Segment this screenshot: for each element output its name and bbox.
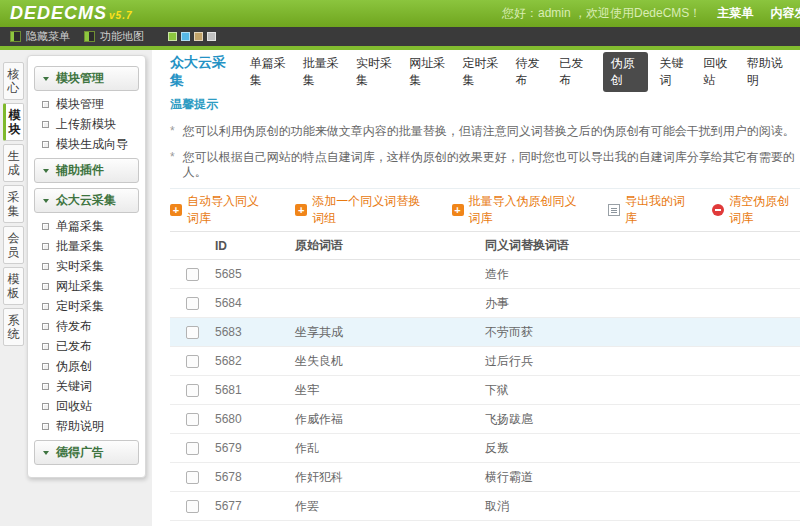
function-map-button[interactable]: 功能地图 (84, 29, 144, 44)
table-row: 5677 作罢 取消 (170, 492, 800, 521)
side-tab-collect[interactable]: 采集 (3, 185, 24, 223)
hide-menu-button[interactable]: 隐藏菜单 (10, 29, 70, 44)
row-checkbox[interactable] (186, 384, 199, 397)
action-add-synonym-group[interactable]: 添加一个同义词替换词组 (295, 193, 424, 227)
action-export-my-library[interactable]: 导出我的词库 (608, 193, 685, 227)
main-tabs: 单篇采集批量采集实时采集网址采集定时采集待发布已发布伪原创关键词回收站帮助说明 (250, 52, 800, 92)
bullet-square-icon (42, 141, 49, 148)
tab-published[interactable]: 已发布 (559, 55, 588, 89)
chevron-down-icon (43, 451, 49, 455)
sidebar-section-title: 模块管理 (56, 70, 104, 87)
cell-synonym-word: 作歹 (485, 521, 800, 526)
sidebar-item-label: 模块管理 (56, 96, 104, 113)
sidebar-item-module-wizard[interactable]: 模块生成向导 (34, 135, 139, 153)
sidebar-item-batch-collect[interactable]: 批量采集 (34, 237, 139, 255)
sidebar-section-assist-plugins[interactable]: 辅助插件 (34, 158, 139, 183)
sidebar-section-title: 德得广告 (56, 444, 104, 461)
tab-realtime-collect[interactable]: 实时采集 (356, 55, 394, 89)
tab-url-collect[interactable]: 网址采集 (409, 55, 447, 89)
sidebar-item-keywords[interactable]: 关键词 (34, 377, 139, 395)
style-swatch-1[interactable] (181, 32, 190, 41)
sidebar-item-pending-publish[interactable]: 待发布 (34, 317, 139, 335)
cell-id: 5681 (215, 376, 295, 405)
topnav-content-publish[interactable]: 内容发布 (770, 5, 800, 22)
row-checkbox[interactable] (186, 413, 199, 426)
sidebar-item-module-manage[interactable]: 模块管理 (34, 95, 139, 113)
action-label: 导出我的词库 (625, 193, 685, 227)
side-tab-label: 模块 (8, 108, 21, 136)
cell-synonym-word: 造作 (485, 260, 800, 289)
bullet-square-icon (42, 363, 49, 370)
side-tab-member[interactable]: 会员 (3, 226, 24, 264)
side-tab-strip: 核心模块生成采集会员模板系统 (3, 62, 26, 349)
row-checkbox[interactable] (186, 326, 199, 339)
action-auto-import-synonyms[interactable]: 自动导入同义词库 (170, 193, 268, 227)
sidebar-item-realtime-collect[interactable]: 实时采集 (34, 257, 139, 275)
sidebar-section-module-manage[interactable]: 模块管理 (34, 66, 139, 91)
tab-pseudo-original[interactable]: 伪原创 (603, 52, 648, 92)
cell-id: 5680 (215, 405, 295, 434)
row-checkbox[interactable] (186, 471, 199, 484)
side-tab-template[interactable]: 模板 (3, 267, 24, 305)
row-checkbox[interactable] (186, 355, 199, 368)
tab-single-collect[interactable]: 单篇采集 (250, 55, 288, 89)
synonym-table: ID 原始词语 同义词替换词语 5685 造作 5684 办事 5683 坐享其… (170, 231, 800, 526)
row-checkbox[interactable] (186, 268, 199, 281)
side-tab-generate[interactable]: 生成 (3, 144, 24, 182)
sidebar-item-help[interactable]: 帮助说明 (34, 417, 139, 435)
column-header-id: ID (215, 232, 295, 260)
sidebar-item-single-collect[interactable]: 单篇采集 (34, 217, 139, 235)
tab-keywords[interactable]: 关键词 (660, 55, 689, 89)
greeting-text: 您好：admin ，欢迎使用DedeCMS！ (502, 5, 701, 22)
actions-row: 自动导入同义词库 添加一个同义词替换词组 批量导入伪原创同义词库 导出我的词库 … (170, 201, 800, 219)
clear-icon (712, 204, 724, 216)
toolbar-items: 隐藏菜单 功能地图 (10, 29, 158, 44)
table-row: 5682 坐失良机 过后行兵 (170, 347, 800, 376)
sidebar-item-upload-new-module[interactable]: 上传新模块 (34, 115, 139, 133)
sidebar-item-recycle-bin[interactable]: 回收站 (34, 397, 139, 415)
tab-help[interactable]: 帮助说明 (747, 55, 785, 89)
cell-original-word: 作乱 (295, 434, 485, 463)
sidebar-item-published[interactable]: 已发布 (34, 337, 139, 355)
action-batch-import-synonyms[interactable]: 批量导入伪原创同义词库 (452, 193, 581, 227)
cell-synonym-word: 取消 (485, 492, 800, 521)
action-clear-library[interactable]: 清空伪原创词库 (712, 193, 800, 227)
toolbar-button-label: 功能地图 (100, 29, 144, 44)
row-checkbox[interactable] (186, 500, 199, 513)
sidebar-item-timed-collect[interactable]: 定时采集 (34, 297, 139, 315)
cell-original-word: 作奸犯科 (295, 463, 485, 492)
bullet-square-icon (42, 383, 49, 390)
action-label: 添加一个同义词替换词组 (312, 193, 424, 227)
side-tab-core[interactable]: 核心 (3, 62, 24, 100)
tab-batch-collect[interactable]: 批量采集 (303, 55, 341, 89)
tab-recycle-bin[interactable]: 回收站 (703, 55, 732, 89)
bullet-square-icon (42, 423, 49, 430)
cell-synonym-word: 不劳而获 (485, 318, 800, 347)
main-panel: 众大云采集 单篇采集批量采集实时采集网址采集定时采集待发布已发布伪原创关键词回收… (152, 50, 800, 526)
style-swatch-0[interactable] (168, 32, 177, 41)
row-checkbox[interactable] (186, 297, 199, 310)
table-row: 5681 坐牢 下狱 (170, 376, 800, 405)
sidebar-item-pseudo-original[interactable]: 伪原创 (34, 357, 139, 375)
sidebar-section-zhongda-cloud-collect[interactable]: 众大云采集 (34, 188, 139, 213)
hide-menu-icon (10, 31, 21, 42)
plus-icon (170, 204, 182, 216)
bullet-square-icon (42, 263, 49, 270)
tab-timed-collect[interactable]: 定时采集 (462, 55, 500, 89)
side-tab-label: 核心 (7, 67, 20, 95)
tab-pending-publish[interactable]: 待发布 (516, 55, 545, 89)
side-tab-system[interactable]: 系统 (3, 308, 24, 346)
sidebar-item-label: 已发布 (56, 338, 92, 355)
sidebar-item-url-collect[interactable]: 网址采集 (34, 277, 139, 295)
color-swatches (168, 32, 216, 41)
sidebar-section-dede-ads[interactable]: 德得广告 (34, 440, 139, 465)
topnav-main-menu[interactable]: 主菜单 (717, 5, 753, 22)
cell-synonym-word: 飞扬跋扈 (485, 405, 800, 434)
bullet-square-icon (42, 283, 49, 290)
sidebar-section-title: 辅助插件 (56, 162, 104, 179)
top-header-bar: DEDECMSv5.7 您好：admin ，欢迎使用DedeCMS！ 主菜单内容… (0, 0, 800, 27)
style-swatch-2[interactable] (194, 32, 203, 41)
style-swatch-3[interactable] (207, 32, 216, 41)
row-checkbox[interactable] (186, 442, 199, 455)
side-tab-module[interactable]: 模块 (3, 103, 24, 141)
